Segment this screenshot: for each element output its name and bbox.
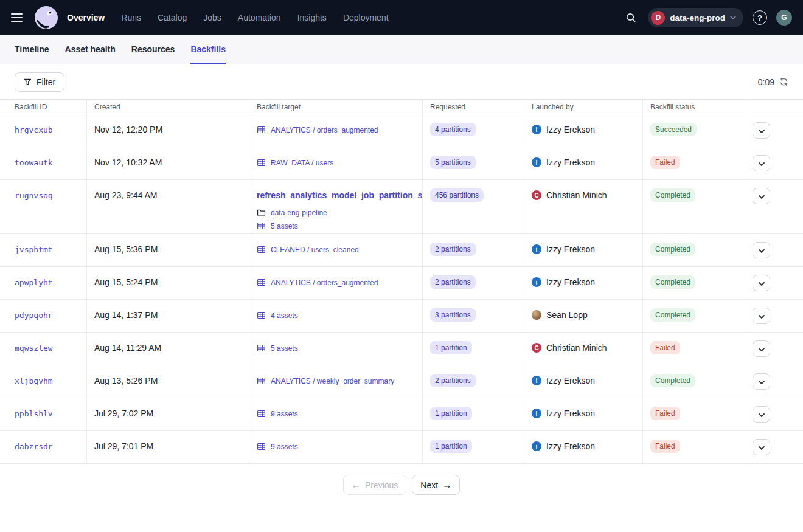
table-row: jvsphtmtAug 15, 5:36 PMCLEANED / users_c… bbox=[0, 234, 803, 267]
status-badge: Failed bbox=[650, 156, 680, 169]
target-asset-link[interactable]: ANALYTICS / weekly_order_summary bbox=[271, 377, 394, 385]
backfill-id-link[interactable]: pdypqohr bbox=[15, 311, 53, 320]
topnav-item-deployment[interactable]: Deployment bbox=[343, 13, 389, 22]
created-at: Aug 15, 5:24 PM bbox=[94, 277, 158, 287]
repo-link[interactable]: data-eng-pipeline bbox=[271, 209, 327, 217]
topnav-item-runs[interactable]: Runs bbox=[121, 13, 141, 22]
asset-table-icon bbox=[257, 125, 266, 134]
created-at: Aug 23, 9:44 AM bbox=[94, 190, 158, 200]
cell-requested: 456 partitions bbox=[423, 180, 524, 233]
partitions-badge: 3 partitions bbox=[430, 308, 476, 322]
target-asset-link[interactable]: 4 assets bbox=[271, 311, 298, 320]
dagster-logo[interactable] bbox=[34, 5, 58, 30]
row-menu-button[interactable] bbox=[753, 242, 770, 258]
target-asset-link[interactable]: ANALYTICS / orders_augmented bbox=[271, 126, 378, 134]
row-menu-button[interactable] bbox=[753, 406, 770, 423]
cell-launched-by: Sean Lopp bbox=[524, 300, 643, 332]
refresh-timer: 0:09 bbox=[758, 77, 788, 87]
topnav-item-jobs[interactable]: Jobs bbox=[203, 13, 221, 22]
partitions-badge: 1 partition bbox=[430, 341, 472, 354]
target-asset-link[interactable]: RAW_DATA / users bbox=[271, 159, 333, 167]
row-menu-button[interactable] bbox=[753, 188, 770, 204]
header-cell-backfill-target: Backfill target bbox=[249, 100, 423, 114]
table-header-row: Backfill IDCreatedBackfill targetRequest… bbox=[0, 99, 803, 114]
target-asset-line: 4 assets bbox=[257, 311, 415, 320]
launcher-avatar: i bbox=[532, 125, 541, 134]
row-menu-button[interactable] bbox=[753, 155, 770, 171]
backfill-id-link[interactable]: ppblshlv bbox=[15, 409, 53, 418]
deployment-name: data-eng-prod bbox=[670, 13, 725, 22]
cell-backfill-target: CLEANED / users_cleaned bbox=[249, 234, 423, 266]
job-link[interactable]: refresh_analytics_model_job_partition_se… bbox=[257, 190, 423, 200]
backfill-id-link[interactable]: dabzrsdr bbox=[15, 442, 53, 451]
help-icon[interactable]: ? bbox=[753, 10, 767, 25]
backfill-id-link[interactable]: apwplyht bbox=[15, 278, 53, 287]
backfill-id-link[interactable]: xljbgvhm bbox=[15, 376, 53, 385]
launcher: iIzzy Erekson bbox=[532, 376, 635, 385]
backfill-id-link[interactable]: mqwszlew bbox=[15, 344, 53, 353]
cell-created: Aug 14, 1:37 PM bbox=[87, 300, 249, 332]
topnav-item-insights[interactable]: Insights bbox=[297, 13, 327, 22]
created-at: Aug 14, 11:29 AM bbox=[94, 343, 161, 353]
tab-resources[interactable]: Resources bbox=[131, 35, 175, 64]
cell-backfill-target: RAW_DATA / users bbox=[249, 147, 423, 179]
cell-launched-by: iIzzy Erekson bbox=[524, 234, 643, 266]
assets-count-link[interactable]: 5 assets bbox=[271, 222, 298, 230]
status-badge: Completed bbox=[650, 308, 695, 322]
row-menu-button[interactable] bbox=[753, 340, 770, 357]
cell-created: Aug 15, 5:36 PM bbox=[87, 234, 249, 266]
backfill-id-link[interactable]: rugnvsoq bbox=[15, 191, 53, 200]
previous-button[interactable]: ← Previous bbox=[343, 475, 406, 495]
row-menu-button[interactable] bbox=[753, 373, 770, 390]
row-menu-button[interactable] bbox=[753, 122, 770, 139]
row-menu-button[interactable] bbox=[753, 275, 770, 291]
refresh-icon[interactable] bbox=[779, 77, 788, 86]
created-at: Jul 29, 7:01 PM bbox=[94, 441, 153, 451]
target-asset-link[interactable]: 5 assets bbox=[271, 344, 298, 353]
top-nav-items: OverviewRunsCatalogJobsAutomationInsight… bbox=[67, 13, 389, 22]
cell-backfill-target: 5 assets bbox=[249, 333, 423, 365]
user-avatar[interactable]: G bbox=[776, 10, 792, 26]
row-menu-button[interactable] bbox=[753, 308, 770, 324]
cell-backfill-status: Completed bbox=[643, 180, 745, 233]
toolbar: Filter 0:09 bbox=[0, 64, 803, 99]
launcher: CChristian Minich bbox=[532, 343, 635, 353]
cell-requested: 5 partitions bbox=[423, 147, 524, 179]
asset-table-icon bbox=[257, 311, 266, 320]
launcher-name: Izzy Erekson bbox=[546, 157, 595, 167]
status-badge: Completed bbox=[650, 188, 695, 202]
backfill-id-link[interactable]: jvsphtmt bbox=[15, 245, 53, 254]
cell-backfill-status: Completed bbox=[643, 234, 745, 266]
tab-backfills[interactable]: Backfills bbox=[190, 35, 226, 64]
table-row: toowautkNov 12, 10:32 AMRAW_DATA / users… bbox=[0, 147, 803, 180]
target-asset-link[interactable]: 9 assets bbox=[271, 443, 298, 451]
backfill-id-link[interactable]: toowautk bbox=[15, 158, 53, 167]
target-asset-link[interactable]: 9 assets bbox=[271, 410, 298, 418]
next-button[interactable]: Next → bbox=[412, 475, 460, 495]
cell-backfill-status: Completed bbox=[643, 267, 745, 299]
cell-launched-by: iIzzy Erekson bbox=[524, 365, 643, 398]
topnav-item-catalog[interactable]: Catalog bbox=[158, 13, 187, 22]
table-row: xljbgvhmAug 13, 5:26 PMANALYTICS / weekl… bbox=[0, 365, 803, 398]
topnav-item-automation[interactable]: Automation bbox=[238, 13, 281, 22]
cell-backfill-id: rugnvsoq bbox=[0, 180, 87, 233]
cell-backfill-status: Failed bbox=[643, 431, 745, 463]
filter-button[interactable]: Filter bbox=[15, 72, 64, 92]
launcher-name: Christian Minich bbox=[546, 190, 607, 200]
target-assets-line: 5 assets bbox=[257, 221, 415, 230]
launcher: iIzzy Erekson bbox=[532, 157, 635, 167]
deployment-selector[interactable]: D data-eng-prod bbox=[648, 8, 743, 27]
search-icon[interactable] bbox=[623, 10, 639, 26]
row-menu-button[interactable] bbox=[753, 439, 770, 455]
cell-actions bbox=[745, 333, 803, 365]
target-asset-link[interactable]: CLEANED / users_cleaned bbox=[271, 246, 359, 254]
launcher-avatar: i bbox=[532, 376, 541, 385]
cell-actions bbox=[745, 234, 803, 266]
hamburger-menu-icon[interactable] bbox=[11, 9, 28, 26]
topnav-item-overview[interactable]: Overview bbox=[67, 13, 105, 22]
tab-timeline[interactable]: Timeline bbox=[15, 35, 49, 64]
backfill-id-link[interactable]: hrgvcxub bbox=[15, 125, 53, 134]
target-asset-link[interactable]: ANALYTICS / orders_augmented bbox=[271, 278, 378, 287]
tab-asset-health[interactable]: Asset health bbox=[65, 35, 116, 64]
created-at: Aug 15, 5:36 PM bbox=[94, 244, 158, 254]
